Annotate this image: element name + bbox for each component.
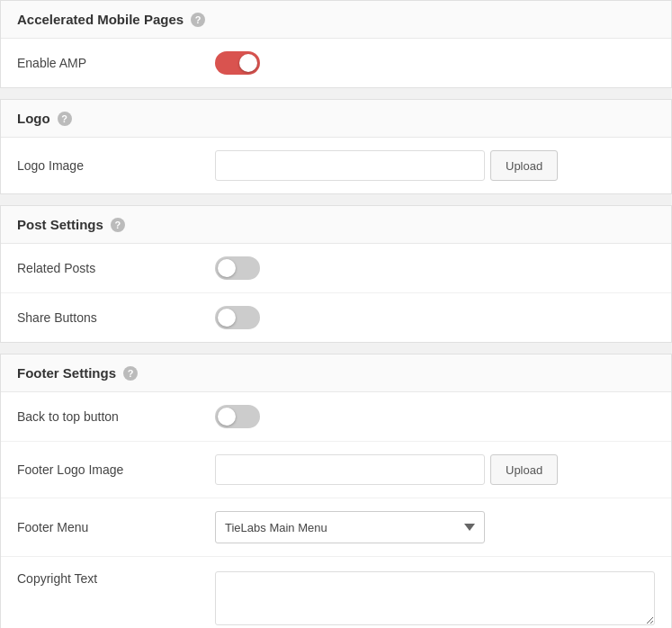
post-settings-help-icon[interactable]: ? xyxy=(111,218,125,232)
amp-section: Accelerated Mobile Pages ? Enable AMP xyxy=(0,0,672,88)
share-buttons-track xyxy=(215,306,260,329)
footer-settings-section: Footer Settings ? Back to top button Foo… xyxy=(0,354,672,628)
amp-section-header: Accelerated Mobile Pages ? xyxy=(1,1,671,39)
copyright-text-input[interactable] xyxy=(215,571,655,625)
footer-logo-control: Upload xyxy=(215,454,655,485)
logo-section: Logo ? Logo Image Upload xyxy=(0,99,672,194)
logo-image-label: Logo Image xyxy=(17,158,215,173)
post-settings-header: Post Settings ? xyxy=(1,206,671,244)
enable-amp-thumb xyxy=(239,54,257,72)
back-to-top-label: Back to top button xyxy=(17,409,215,424)
footer-settings-title: Footer Settings xyxy=(17,365,116,381)
share-buttons-label: Share Buttons xyxy=(17,310,215,325)
logo-image-row: Logo Image Upload xyxy=(1,138,671,193)
copyright-text-control xyxy=(215,571,655,625)
back-to-top-control xyxy=(215,405,655,428)
related-posts-label: Related Posts xyxy=(17,261,215,275)
copyright-text-row: Copyright Text xyxy=(1,557,671,628)
footer-logo-upload-button[interactable]: Upload xyxy=(490,454,558,485)
logo-image-input[interactable] xyxy=(215,150,485,181)
footer-logo-row: Footer Logo Image Upload xyxy=(1,442,671,498)
enable-amp-control xyxy=(215,51,655,75)
logo-section-header: Logo ? xyxy=(1,100,671,138)
enable-amp-label: Enable AMP xyxy=(17,56,215,70)
footer-menu-row: Footer Menu TieLabs Main Menu Primary Me… xyxy=(1,498,671,557)
enable-amp-toggle[interactable] xyxy=(215,51,260,75)
logo-help-icon[interactable]: ? xyxy=(58,112,72,126)
logo-image-control: Upload xyxy=(215,150,655,181)
share-buttons-toggle[interactable] xyxy=(215,306,260,329)
copyright-text-label: Copyright Text xyxy=(17,571,215,586)
related-posts-thumb xyxy=(218,259,236,277)
footer-menu-label: Footer Menu xyxy=(17,520,215,534)
back-to-top-track xyxy=(215,405,260,428)
related-posts-toggle[interactable] xyxy=(215,256,260,280)
footer-settings-help-icon[interactable]: ? xyxy=(123,366,138,381)
share-buttons-control xyxy=(215,306,655,329)
enable-amp-row: Enable AMP xyxy=(1,39,671,87)
enable-amp-track xyxy=(215,51,260,75)
related-posts-row: Related Posts xyxy=(1,244,671,293)
share-buttons-row: Share Buttons xyxy=(1,293,671,342)
share-buttons-thumb xyxy=(218,309,236,327)
post-settings-title: Post Settings xyxy=(17,217,103,232)
footer-menu-control: TieLabs Main Menu Primary Menu Secondary… xyxy=(215,511,655,543)
logo-section-title: Logo xyxy=(17,111,50,126)
footer-logo-input[interactable] xyxy=(215,454,485,485)
back-to-top-row: Back to top button xyxy=(1,392,671,442)
footer-settings-header: Footer Settings ? xyxy=(1,354,671,392)
amp-help-icon[interactable]: ? xyxy=(191,13,205,27)
related-posts-track xyxy=(215,256,260,280)
footer-logo-label: Footer Logo Image xyxy=(17,462,215,477)
footer-menu-select[interactable]: TieLabs Main Menu Primary Menu Secondary… xyxy=(215,511,485,543)
back-to-top-toggle[interactable] xyxy=(215,405,260,428)
logo-upload-button[interactable]: Upload xyxy=(490,150,558,181)
post-settings-section: Post Settings ? Related Posts Share Butt… xyxy=(0,205,672,343)
related-posts-control xyxy=(215,256,655,280)
back-to-top-thumb xyxy=(218,408,236,426)
amp-section-title: Accelerated Mobile Pages xyxy=(17,12,184,27)
